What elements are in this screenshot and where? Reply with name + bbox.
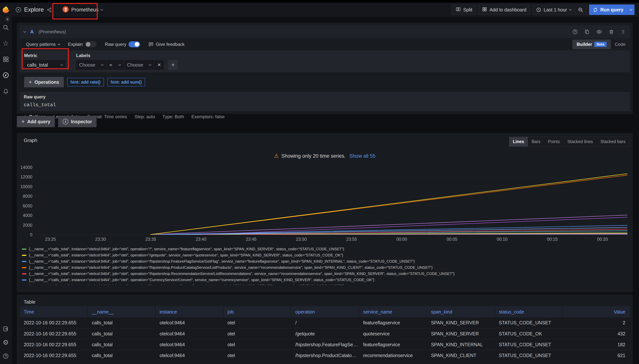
- column-header-instance[interactable]: instance: [155, 306, 223, 318]
- add-to-dashboard-label: Add to dashboard: [490, 7, 526, 12]
- explain-toggle[interactable]: [85, 41, 96, 47]
- help-icon[interactable]: [2, 353, 9, 359]
- legend-item[interactable]: {__name__="calls_total", instance="otelc…: [22, 246, 630, 252]
- table-row: 2022-10-16 00:22:29.655calls_totalotelco…: [20, 350, 630, 361]
- dashboards-icon[interactable]: [2, 56, 9, 62]
- svg-text:6000: 6000: [23, 204, 32, 208]
- column-header-operation[interactable]: operation: [291, 306, 359, 318]
- run-query-button[interactable]: Run query: [589, 4, 634, 15]
- graph-canvas[interactable]: 23:2523:3023:3523:4023:4523:5023:5500:00…: [19, 164, 630, 243]
- column-header-service-name[interactable]: service_name: [359, 306, 427, 318]
- builder-mode-tab[interactable]: Builder Beta: [572, 40, 611, 49]
- sign-in-icon[interactable]: [2, 326, 9, 332]
- option-summary-item: Step: auto: [134, 114, 155, 119]
- collapse-query-chevron-icon[interactable]: [24, 30, 26, 33]
- settings-gear-icon[interactable]: ⚙: [2, 339, 8, 346]
- table-cell: 621: [562, 350, 630, 361]
- query-hint-button-1[interactable]: hint: add sum(): [107, 78, 145, 86]
- legend-item[interactable]: {__name__="calls_total", instance="otelc…: [22, 277, 630, 283]
- time-range-button[interactable]: Last 1 hour: [544, 7, 567, 12]
- query-row-header[interactable]: A (Prometheus): [20, 25, 630, 38]
- graph-mode-tab-stacked-bars[interactable]: Stacked bars: [597, 137, 629, 146]
- legend-item[interactable]: {__name__="calls_total", instance="otelc…: [22, 258, 630, 264]
- datasource-picker[interactable]: Prometheus: [60, 4, 106, 15]
- time-range-group: Last 1 hour: [532, 4, 587, 15]
- query-ref-id[interactable]: A: [30, 29, 34, 35]
- legend-item[interactable]: {__name__="calls_total", instance="otelc…: [22, 271, 630, 277]
- search-icon[interactable]: [2, 24, 9, 31]
- table-body: 2022-10-16 00:22:29.655calls_totalotelco…: [20, 318, 630, 364]
- run-query-dropdown-button[interactable]: [627, 4, 634, 15]
- duplicate-query-icon[interactable]: [584, 29, 590, 34]
- column-header-name[interactable]: __name__: [88, 306, 156, 318]
- query-header-actions: [572, 29, 626, 35]
- add-to-dashboard-button[interactable]: Add to dashboard: [478, 4, 530, 15]
- label-key-select[interactable]: Choose: [76, 60, 106, 70]
- table-cell: /: [291, 318, 359, 328]
- raw-query-toggle[interactable]: [128, 41, 140, 47]
- label-operator-select[interactable]: =: [106, 60, 124, 70]
- code-mode-tab[interactable]: Code: [611, 40, 630, 49]
- table-cell: 182: [562, 339, 630, 350]
- column-header-job[interactable]: job: [223, 306, 291, 318]
- graph-panel-title: Graph: [24, 138, 37, 143]
- share-icon[interactable]: [47, 7, 52, 12]
- remove-label-filter-button[interactable]: ✕: [154, 60, 164, 70]
- query-help-icon[interactable]: [572, 29, 578, 34]
- graph-mode-tab-lines[interactable]: Lines: [509, 137, 528, 146]
- table-cell: 2022-10-16 00:22:29.655: [20, 328, 88, 339]
- give-feedback-link[interactable]: Give feedback: [148, 42, 184, 47]
- column-header-value[interactable]: Value: [562, 306, 630, 318]
- drag-handle-icon[interactable]: [620, 29, 626, 34]
- table-cell: 2022-10-16 00:22:29.655: [20, 350, 88, 361]
- raw-query-preview: Raw query calls_total: [20, 92, 630, 111]
- split-button[interactable]: Split: [452, 4, 476, 15]
- svg-text:14000: 14000: [20, 165, 32, 170]
- grafana-logo[interactable]: [0, 2, 12, 17]
- alerting-bell-icon[interactable]: [3, 88, 9, 94]
- query-patterns-dropdown[interactable]: Query patterns: [26, 42, 60, 47]
- legend-item-partial[interactable]: {__name__="calls_total", instance="otelc…: [22, 283, 630, 285]
- column-header-status-code[interactable]: status_code: [494, 306, 562, 318]
- grafana-explore-page: ☆ ⚙ › Explore: [0, 0, 639, 364]
- legend-swatch: [22, 273, 26, 274]
- svg-text:23:25: 23:25: [45, 237, 56, 242]
- table-cell: /hipstershop.FeatureFlagServi…: [291, 339, 359, 350]
- column-header-span-kind[interactable]: span_kind: [427, 306, 494, 318]
- graph-mode-tab-bars[interactable]: Bars: [528, 137, 544, 146]
- table-cell: calls_total: [88, 328, 156, 339]
- table-cell: SPAN_KIND_SERVER: [427, 361, 494, 364]
- legend-label: {__name__="calls_total", instance="otelc…: [29, 266, 433, 270]
- table-cell: STATUS_CODE_UNSET: [494, 361, 562, 364]
- graph-panel: Graph LinesBarsPointsStacked linesStacke…: [17, 133, 633, 292]
- add-label-filter-button[interactable]: +: [168, 60, 178, 70]
- legend-swatch: [22, 255, 26, 256]
- remove-query-trash-icon[interactable]: [608, 29, 614, 34]
- label-value-select[interactable]: Choose: [124, 60, 154, 70]
- table-cell: calls_total: [88, 361, 156, 364]
- show-all-series-link[interactable]: Show all 55: [349, 153, 376, 159]
- query-hint-button-0[interactable]: hint: add rate(): [67, 78, 104, 86]
- legend-swatch: [22, 267, 26, 268]
- column-header-time[interactable]: Time: [20, 306, 88, 318]
- legend-item[interactable]: {__name__="calls_total", instance="otelc…: [22, 252, 630, 258]
- table-cell: otel: [223, 318, 291, 328]
- table-cell: otelcol:9464: [155, 350, 223, 361]
- add-query-button[interactable]: + Add query: [17, 116, 55, 127]
- metric-select[interactable]: calls_total: [24, 60, 66, 70]
- table-cell: otel: [223, 350, 291, 361]
- legend-item[interactable]: {__name__="calls_total", instance="otelc…: [22, 264, 630, 271]
- add-operation-button[interactable]: + Operations: [24, 77, 64, 87]
- graph-mode-tab-stacked-lines[interactable]: Stacked lines: [564, 137, 597, 146]
- inspector-button[interactable]: i Inspector: [58, 116, 96, 127]
- chevron-down-icon: [149, 63, 151, 66]
- hide-response-eye-icon[interactable]: [596, 29, 602, 35]
- label-operator-value: =: [110, 62, 116, 68]
- explore-nav-icon[interactable]: [2, 72, 9, 78]
- sidebar-expand-button[interactable]: ›: [4, 16, 11, 22]
- datasource-name: Prometheus: [71, 7, 98, 13]
- starred-icon[interactable]: ☆: [2, 40, 8, 47]
- graph-mode-tab-points[interactable]: Points: [544, 137, 564, 146]
- sidebar: ☆ ⚙: [0, 2, 12, 364]
- zoom-out-button[interactable]: [578, 7, 583, 12]
